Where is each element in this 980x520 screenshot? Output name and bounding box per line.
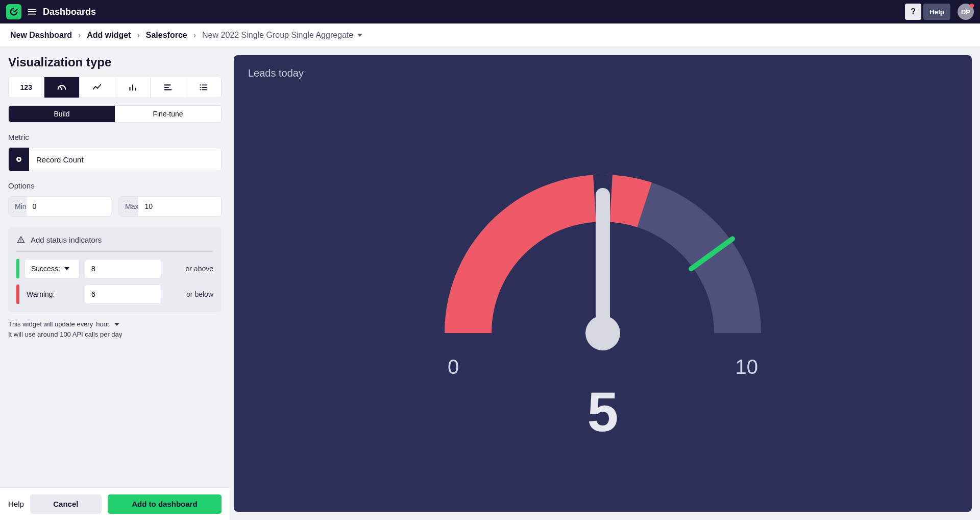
min-label: Min xyxy=(9,197,27,216)
metric-selector[interactable]: Record Count xyxy=(8,148,222,171)
help-question-button[interactable]: ? xyxy=(905,4,921,20)
viz-type-number[interactable]: 123 xyxy=(9,77,44,98)
warning-indicator-row: Warning: or below xyxy=(16,285,213,304)
breadcrumb-item[interactable]: Add widget xyxy=(87,31,131,40)
top-nav: Dashboards ? Help DP xyxy=(0,0,980,23)
chevron-down-icon xyxy=(64,267,69,270)
max-label: Max xyxy=(119,197,138,216)
preview-pane: Leads today 0 10 5 xyxy=(230,47,980,520)
warning-triangle-icon xyxy=(16,235,26,244)
help-button[interactable]: Help xyxy=(923,4,950,20)
help-link[interactable]: Help xyxy=(8,500,24,508)
status-indicators-heading: Add status indicators xyxy=(16,235,213,252)
hamburger-icon[interactable] xyxy=(27,6,38,17)
max-input[interactable] xyxy=(138,197,222,216)
metric-icon xyxy=(9,148,29,171)
gauge-min-label: 0 xyxy=(448,356,459,379)
segment-fine-tune[interactable]: Fine-tune xyxy=(115,106,221,122)
svg-point-2 xyxy=(200,84,201,85)
options-row: Min Max xyxy=(8,196,222,217)
sidebar-heading: Visualization type xyxy=(8,55,222,69)
metric-value: Record Count xyxy=(29,155,84,164)
add-to-dashboard-button[interactable]: Add to dashboard xyxy=(108,494,222,514)
warning-label: Warning: xyxy=(24,290,80,298)
success-suffix: or above xyxy=(186,265,213,273)
viz-type-bar[interactable] xyxy=(115,77,151,98)
viz-type-hbar[interactable] xyxy=(151,77,186,98)
metric-section-label: Metric xyxy=(8,133,222,141)
bar-chart-icon xyxy=(127,82,138,93)
horizontal-bar-icon xyxy=(162,82,174,93)
nav-title: Dashboards xyxy=(43,7,96,17)
brand-logo xyxy=(6,4,21,19)
gauge-value: 5 xyxy=(429,384,776,440)
success-indicator-row: Success: or above xyxy=(16,259,213,278)
cancel-button[interactable]: Cancel xyxy=(30,494,102,514)
main: Visualization type 123 xyxy=(0,47,980,520)
user-avatar[interactable]: DP xyxy=(958,4,974,20)
gauge-max-label: 10 xyxy=(736,356,758,379)
build-finetune-segment: Build Fine-tune xyxy=(8,105,222,123)
min-input[interactable] xyxy=(27,197,111,216)
preview-card: Leads today 0 10 5 xyxy=(234,55,972,512)
breadcrumb-last-label: New 2022 Single Group Single Aggregate xyxy=(202,31,353,40)
sidebar-actions: Help Cancel Add to dashboard xyxy=(0,487,230,520)
line-chart-icon xyxy=(91,82,103,93)
options-section-label: Options xyxy=(8,181,222,190)
max-option: Max xyxy=(118,196,222,217)
viz-type-line[interactable] xyxy=(80,77,115,98)
update-interval-select[interactable]: hour xyxy=(96,319,119,329)
chevron-right-icon: › xyxy=(78,31,81,40)
list-icon xyxy=(198,82,209,93)
chevron-down-icon xyxy=(114,323,119,326)
svg-point-6 xyxy=(20,241,21,242)
warning-value-input[interactable] xyxy=(85,285,161,304)
gauge-chart: 0 10 5 xyxy=(429,144,776,440)
min-option: Min xyxy=(8,196,111,217)
gauge-range-labels: 0 10 xyxy=(429,356,776,379)
update-frequency-note: This widget will update every hour It wi… xyxy=(8,319,222,339)
success-color-bar xyxy=(16,259,19,278)
brand-logo-icon xyxy=(9,7,19,17)
breadcrumb: New Dashboard › Add widget › Salesforce … xyxy=(0,23,980,47)
success-label-select[interactable]: Success: xyxy=(24,259,80,278)
config-sidebar: Visualization type 123 xyxy=(0,47,230,520)
success-value-input[interactable] xyxy=(85,259,161,278)
segment-build[interactable]: Build xyxy=(9,106,115,122)
chevron-right-icon: › xyxy=(137,31,139,40)
gauge-svg xyxy=(429,144,776,364)
chevron-right-icon: › xyxy=(193,31,196,40)
svg-point-9 xyxy=(585,316,620,350)
warning-suffix: or below xyxy=(186,290,213,298)
viz-type-gauge[interactable] xyxy=(44,77,80,98)
viz-type-list[interactable] xyxy=(186,77,222,98)
visualization-type-selector: 123 xyxy=(8,77,222,98)
breadcrumb-dropdown[interactable]: New 2022 Single Group Single Aggregate xyxy=(202,31,362,40)
gauge-icon xyxy=(56,82,67,93)
status-heading-text: Add status indicators xyxy=(31,235,102,244)
svg-line-1 xyxy=(60,87,62,89)
breadcrumb-item[interactable]: Salesforce xyxy=(146,31,187,40)
status-indicators-box: Add status indicators Success: or above … xyxy=(8,227,222,312)
breadcrumb-item[interactable]: New Dashboard xyxy=(10,31,72,40)
warning-color-bar xyxy=(16,285,19,304)
svg-point-4 xyxy=(200,89,201,90)
svg-point-3 xyxy=(200,87,201,88)
preview-title: Leads today xyxy=(248,67,958,79)
chevron-down-icon xyxy=(357,34,362,37)
